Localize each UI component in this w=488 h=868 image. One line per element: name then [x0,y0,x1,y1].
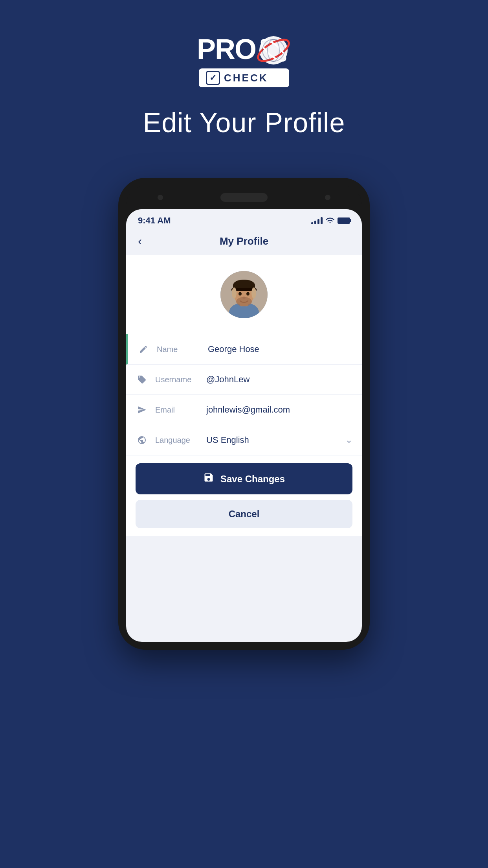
camera-right-icon [325,195,330,200]
language-label: Language [155,436,206,445]
email-field-row[interactable]: Email johnlewis@gmail.com [126,395,362,425]
username-field-row[interactable]: Username @JohnLew [126,365,362,395]
avatar[interactable] [220,271,268,318]
check-icon-box: ✓ [206,71,220,85]
save-icon [203,472,214,486]
svg-point-15 [236,297,252,306]
name-label: Name [157,345,208,354]
logo-check-bar: ✓ CHECK [199,68,289,87]
svg-point-16 [232,287,237,299]
speaker-icon [220,193,268,202]
language-icon [136,434,148,446]
checkmark-icon: ✓ [209,73,216,83]
logo-container: PRO ✓ CHECK [197,31,291,87]
phone-screen: 9:41 AM [126,209,362,642]
wifi-icon [326,216,334,225]
name-field-row[interactable]: Name George Hose [126,334,362,365]
save-button[interactable]: Save Changes [136,463,352,494]
email-label: Email [155,405,206,415]
form-section: Name George Hose Username @JohnLew [126,334,362,455]
logo-pro-text: PRO [197,35,256,63]
phone-notch [126,186,362,209]
language-field-row[interactable]: Language US English ⌄ [126,425,362,455]
email-icon [136,404,148,416]
username-value[interactable]: @JohnLew [206,374,352,385]
logo-top: PRO [197,31,291,67]
app-header: PRO ✓ CHECK Edit Your Profile [143,0,345,162]
svg-point-17 [251,287,256,299]
email-value[interactable]: johnlewis@gmail.com [206,405,352,415]
username-label: Username [155,375,206,384]
buttons-section: Save Changes Cancel [126,455,362,536]
phone-frame: 9:41 AM [118,178,370,650]
cancel-button[interactable]: Cancel [136,500,352,528]
back-button[interactable]: ‹ [138,234,142,248]
nav-title: My Profile [220,235,268,247]
name-value[interactable]: George Hose [208,344,352,354]
signal-icon [311,217,323,224]
status-bar: 9:41 AM [126,209,362,230]
logo-check-text: CHECK [224,72,268,84]
save-button-label: Save Changes [220,474,285,485]
nav-bar-wrapper: ‹ My Profile [138,234,350,248]
battery-icon [338,217,350,224]
nav-bar: ‹ My Profile [126,230,362,255]
globe-logo-icon [256,31,291,67]
profile-photo-section[interactable] [126,255,362,334]
camera-left-icon [158,195,163,200]
language-value[interactable]: US English [206,435,345,445]
page-title: Edit Your Profile [143,107,345,138]
svg-point-12 [238,292,242,296]
tag-icon [136,373,148,386]
chevron-down-icon: ⌄ [345,435,352,445]
edit-icon [137,343,150,356]
status-icons [311,216,350,225]
status-time: 9:41 AM [138,216,171,226]
avatar-image [220,271,268,318]
svg-point-13 [246,292,250,296]
cancel-button-label: Cancel [229,509,260,520]
